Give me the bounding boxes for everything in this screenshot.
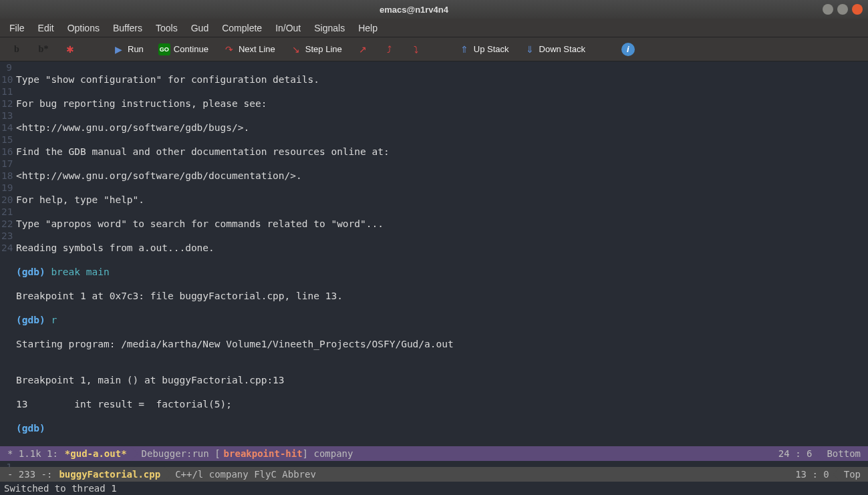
step-icon-2[interactable]: ⤴ <box>381 42 398 57</box>
modeline-buffer-name: *gud-a.out* <box>61 448 130 459</box>
menubar: File Edit Options Buffers Tools Gud Comp… <box>0 19 868 37</box>
minimize-button[interactable] <box>823 4 833 15</box>
info-button[interactable]: i <box>619 41 637 57</box>
menu-edit[interactable]: Edit <box>31 20 61 36</box>
step-icon-3[interactable]: ⤵ <box>408 42 425 57</box>
window-controls <box>823 4 863 15</box>
menu-inout[interactable]: In/Out <box>269 20 307 36</box>
titlebar: emacs@n1rv4n4 <box>0 0 868 19</box>
window-title: emacs@n1rv4n4 <box>5 5 823 15</box>
modeline-gud[interactable]: * 1.1k 1: *gud-a.out* Debugger:run [brea… <box>0 446 868 461</box>
menu-file[interactable]: File <box>3 20 31 36</box>
close-button[interactable] <box>852 4 863 15</box>
gud-buffer-pane[interactable]: 9101112131415161718192021222324 Type "sh… <box>0 61 868 446</box>
menu-buffers[interactable]: Buffers <box>106 20 149 36</box>
echo-area: Switched to thread 1 <box>0 482 868 495</box>
menu-options[interactable]: Options <box>61 20 106 36</box>
menu-tools[interactable]: Tools <box>149 20 184 36</box>
break-button[interactable]: b <box>8 42 25 57</box>
menu-help[interactable]: Help <box>351 20 384 36</box>
toolbar: b b* ✱ ▶Run GOContinue ↷Next Line ↘Step … <box>0 37 868 61</box>
step-out-icon[interactable]: ↗ <box>354 42 372 57</box>
menu-complete[interactable]: Complete <box>215 20 269 36</box>
step-line-button[interactable]: ↘Step Line <box>287 42 345 57</box>
next-line-button[interactable]: ↷Next Line <box>221 42 278 57</box>
down-stack-button[interactable]: ⇓Down Stack <box>521 42 588 57</box>
menu-signals[interactable]: Signals <box>307 20 351 36</box>
break-star-button[interactable]: b* <box>35 42 52 57</box>
maximize-button[interactable] <box>837 4 848 15</box>
run-button[interactable]: ▶Run <box>110 42 146 57</box>
gud-lines[interactable]: Type "show configuration" for configurat… <box>16 61 868 446</box>
info-icon: i <box>621 43 635 56</box>
modeline-source[interactable]: - 233 -: buggyFactorial.cpp C++/l compan… <box>0 467 868 482</box>
up-stack-button[interactable]: ⇑Up Stack <box>456 42 512 57</box>
gud-gutter: 9101112131415161718192021222324 <box>0 61 16 446</box>
source-buffer-pane[interactable]: 12345678910111213141516 #include<iostrea… <box>0 461 868 467</box>
src-gutter: 12345678910111213141516 <box>0 461 16 467</box>
continue-button[interactable]: GOContinue <box>156 42 211 57</box>
src-lines[interactable]: #include<iostream> #include <assert.h> i… <box>16 461 868 467</box>
spider-icon[interactable]: ✱ <box>61 42 79 57</box>
menu-gud[interactable]: Gud <box>184 20 215 36</box>
modeline-buffer-name-2: buggyFactorial.cpp <box>55 469 164 480</box>
